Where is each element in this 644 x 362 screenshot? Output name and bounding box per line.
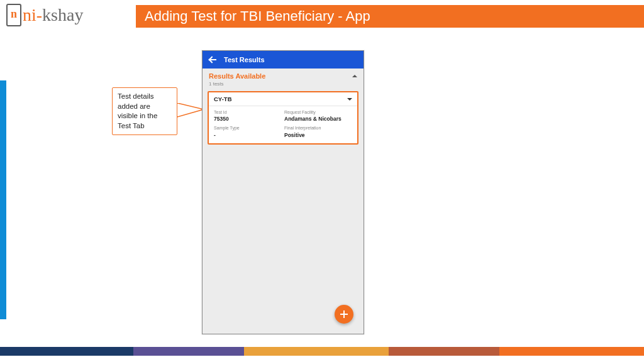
field-value: Andamans & Nicobars <box>284 116 352 122</box>
logo-text: ni-kshay <box>23 5 83 25</box>
field-test-id: Test Id 75350 <box>214 110 282 122</box>
field-value: - <box>214 132 282 138</box>
logo-text-left: ni- <box>23 5 42 25</box>
add-test-fab[interactable] <box>335 305 353 324</box>
field-value: Positive <box>284 132 352 138</box>
callout-box: Test details added are visible in the Te… <box>112 87 177 135</box>
back-arrow-icon[interactable] <box>209 55 218 64</box>
chevron-down-icon <box>347 98 352 101</box>
field-label: Sample Type <box>214 126 282 131</box>
phone-mockup: Test Results Results Available 1 tests C… <box>202 50 364 334</box>
field-label: Test Id <box>214 110 282 115</box>
results-available-label: Results Available <box>209 72 265 80</box>
svg-marker-0 <box>177 103 204 117</box>
footer-seg <box>133 347 245 356</box>
field-sample-type: Sample Type - <box>214 126 282 138</box>
slide-title-bar: Adding Test for TBI Beneficiary - App <box>136 5 644 28</box>
field-request-facility: Request Facility Andamans & Nicobars <box>284 110 352 122</box>
nikshay-logo: ni-kshay <box>6 1 83 29</box>
test-type-label: CY-TB <box>214 96 232 102</box>
footer-seg <box>0 347 133 356</box>
results-count-label: 1 tests <box>203 81 364 90</box>
footer-color-bar <box>0 347 644 356</box>
field-label: Request Facility <box>284 110 352 115</box>
app-bar: Test Results <box>203 51 364 69</box>
field-final-interpretation: Final Interpretation Positive <box>284 126 352 138</box>
footer-seg <box>244 347 389 356</box>
svg-rect-2 <box>177 104 179 116</box>
logo-phone-icon <box>6 4 21 26</box>
chevron-up-icon <box>352 75 357 77</box>
footer-seg <box>499 347 644 356</box>
test-details-grid: Test Id 75350 Request Facility Andamans … <box>209 106 357 143</box>
left-accent-bar <box>0 80 6 319</box>
field-label: Final Interpretation <box>284 126 352 131</box>
app-bar-title: Test Results <box>224 56 265 63</box>
logo-text-right: kshay <box>42 5 83 25</box>
callout-text: Test details added are visible in the Te… <box>118 92 157 129</box>
footer-seg <box>389 347 500 356</box>
field-value: 75350 <box>214 116 282 122</box>
results-section-header[interactable]: Results Available <box>203 69 364 81</box>
slide-title: Adding Test for TBI Beneficiary - App <box>145 8 370 25</box>
test-card-header[interactable]: CY-TB <box>209 92 357 106</box>
test-result-card: CY-TB Test Id 75350 Request Facility And… <box>208 91 358 145</box>
